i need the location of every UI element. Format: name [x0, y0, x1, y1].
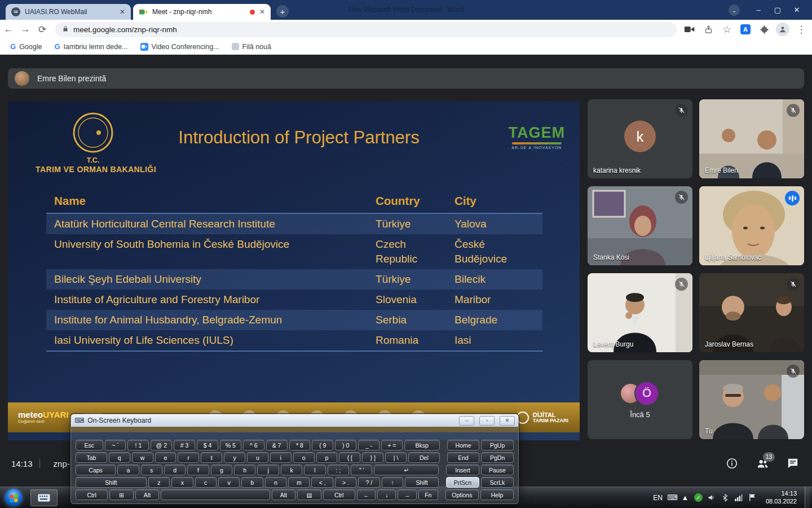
key-q[interactable]: q [109, 452, 130, 463]
participant-tile-ljiljana-samolovac[interactable]: Ljiljana Samolovac [699, 186, 804, 265]
camera-in-use-icon[interactable] [681, 21, 698, 38]
key-f[interactable]: f [187, 465, 209, 475]
key-fn[interactable]: Fn [418, 489, 438, 500]
key-h[interactable]: h [234, 465, 255, 475]
participant-tile-jaroslav-bernas[interactable]: Jaroslav Bernas [699, 273, 804, 352]
key-arrow-up[interactable]: ↑ [382, 477, 403, 488]
key-pgdn[interactable]: PgDn [481, 452, 514, 463]
key-slash[interactable]: ? / [358, 477, 379, 488]
participants-button[interactable]: 13 [756, 457, 769, 470]
key-space[interactable] [161, 489, 270, 500]
key-g[interactable]: g [211, 465, 232, 475]
key-arrow-right[interactable]: → [398, 489, 416, 500]
extensions-puzzle-icon[interactable] [756, 21, 773, 38]
forward-button[interactable]: → [17, 21, 34, 38]
key-options[interactable]: Options [445, 489, 479, 500]
system-clock[interactable]: 14:13 08.03.2022 [766, 490, 797, 506]
key-bracket-left[interactable]: { [ [339, 452, 360, 463]
key-shift[interactable]: Shift [405, 477, 439, 488]
participant-tile-tu[interactable]: Tu [699, 360, 804, 439]
key-bksp[interactable]: Bksp [404, 440, 440, 450]
key-arrow-left[interactable]: ← [357, 489, 376, 500]
participant-tile-emre-bilen[interactable]: Emre Bilen [699, 99, 804, 178]
key-backquote[interactable]: ~ ` [105, 440, 126, 450]
key-caps[interactable]: Caps [76, 465, 116, 475]
key-period[interactable]: > . [335, 477, 356, 488]
chat-button[interactable] [786, 457, 800, 470]
key-l[interactable]: l [304, 465, 325, 475]
key-shift[interactable]: Shift [76, 477, 147, 488]
key-equals[interactable]: + = [381, 440, 403, 450]
reload-button[interactable]: ⟳ [34, 21, 51, 38]
key-alt[interactable]: Alt [272, 489, 296, 500]
participant-tile-levent-burgu[interactable]: Levent Burgu [588, 273, 692, 352]
close-tab-icon[interactable]: ✕ [259, 8, 265, 16]
key-pgup[interactable]: PgUp [481, 440, 514, 450]
key-9[interactable]: ( 9 [312, 440, 333, 450]
key-a[interactable]: a [117, 465, 139, 475]
key-apostrophe[interactable]: " ' [351, 465, 372, 475]
key-pause[interactable]: Pause [481, 465, 514, 475]
key-o[interactable]: o [293, 452, 315, 463]
key-minus[interactable]: _ - [358, 440, 379, 450]
key-menu[interactable]: ▤ [297, 489, 321, 500]
osk-restore-button[interactable]: ▫ [479, 416, 495, 426]
security-check-icon[interactable]: ✓ [694, 493, 703, 502]
translate-extension-icon[interactable]: A [737, 21, 754, 38]
start-button[interactable] [5, 489, 23, 507]
key-w[interactable]: w [132, 452, 153, 463]
action-center-flag-icon[interactable] [748, 493, 757, 502]
key-z[interactable]: z [148, 477, 170, 488]
participant-tile-overflow[interactable]: Ö Încă 5 [588, 360, 692, 439]
language-indicator[interactable]: EN [653, 494, 663, 502]
key-0[interactable]: ) 0 [335, 440, 356, 450]
key-3[interactable]: # 3 [174, 440, 195, 450]
key-insert[interactable]: Insert [446, 465, 479, 475]
key-i[interactable]: i [270, 452, 292, 463]
key-n[interactable]: n [265, 477, 286, 488]
browser-menu-icon[interactable]: ⋮ [793, 21, 810, 38]
key-u[interactable]: u [247, 452, 268, 463]
key-ctrl[interactable]: Ctrl [323, 489, 355, 500]
minimize-button[interactable]: – [749, 2, 768, 17]
key-2[interactable]: @ 2 [151, 440, 172, 450]
key-s[interactable]: s [141, 465, 162, 475]
key-8[interactable]: * 8 [289, 440, 311, 450]
key-comma[interactable]: < , [311, 477, 333, 488]
volume-icon[interactable] [707, 493, 716, 502]
key-prtscn[interactable]: PrtScn [446, 477, 479, 488]
key-m[interactable]: m [288, 477, 310, 488]
key-enter[interactable]: ↵ [374, 465, 439, 475]
new-tab-button[interactable]: + [276, 5, 289, 17]
key-v[interactable]: v [218, 477, 240, 488]
meeting-details-button[interactable] [725, 457, 739, 470]
bookmark-fila-noua[interactable]: Filă nouă [227, 41, 276, 52]
bookmark-google[interactable]: G Google [6, 41, 46, 52]
share-icon[interactable] [700, 21, 717, 38]
close-button[interactable]: ✕ [787, 2, 806, 17]
key-help[interactable]: Help [480, 489, 514, 500]
network-signal-icon[interactable] [734, 493, 743, 502]
key-7[interactable]: & 7 [266, 440, 288, 450]
tray-keyboard-icon[interactable]: ⌨ [667, 493, 676, 502]
key-6[interactable]: ^ 6 [243, 440, 264, 450]
key-esc[interactable]: Esc [76, 440, 103, 450]
key-k[interactable]: k [281, 465, 302, 475]
bluetooth-icon[interactable] [721, 493, 730, 502]
key-semicolon[interactable]: : ; [328, 465, 349, 475]
key-j[interactable]: j [257, 465, 279, 475]
key-d[interactable]: d [164, 465, 186, 475]
url-bar[interactable]: meet.google.com/znp-riqr-nmh [55, 22, 677, 37]
key-win[interactable]: ⊞ [109, 489, 134, 500]
key-del[interactable]: Del [408, 452, 440, 463]
key-tab[interactable]: Tab [76, 452, 107, 463]
key-alt[interactable]: Alt [135, 489, 160, 500]
close-tab-icon[interactable]: ✕ [120, 8, 125, 16]
key-arrow-down[interactable]: ↓ [377, 489, 396, 500]
tab-search-chevron-icon[interactable]: ⌄ [729, 5, 740, 16]
key-c[interactable]: c [195, 477, 217, 488]
maximize-button[interactable]: ▢ [768, 2, 787, 17]
show-desktop-button[interactable] [805, 487, 810, 508]
tab-webmail[interactable]: ✉ UAIASI.RO WebMail ✕ [6, 4, 131, 20]
osk-close-button[interactable]: ✕ [500, 416, 515, 426]
